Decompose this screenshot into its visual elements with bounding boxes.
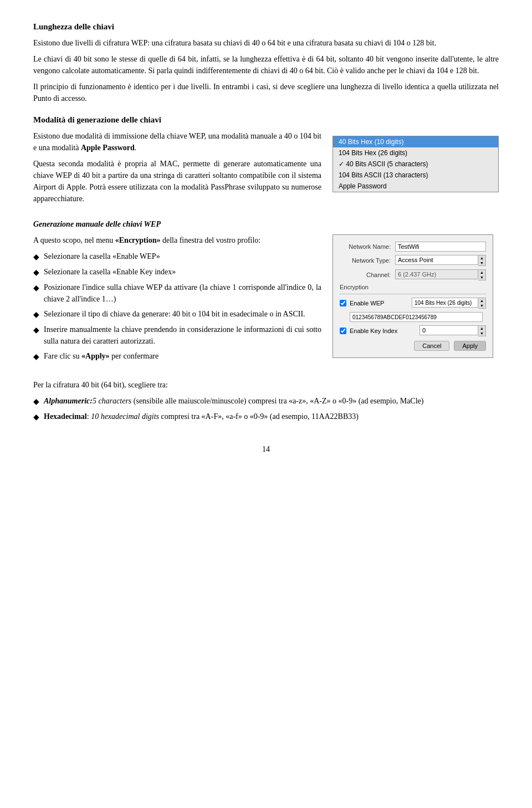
- dialog-network-type-input[interactable]: [395, 255, 478, 265]
- list-item: ◆ Selezionare la casella «Enable WEP»: [33, 250, 321, 263]
- section2-twocol: Esistono due modalità di immissione dell…: [33, 130, 499, 209]
- page-number-value: 14: [262, 445, 270, 453]
- bullet-text-3: Posizionare l'indice sulla chiave WEP da…: [44, 282, 321, 305]
- dialog-network-type-row: Network Type: ▲ ▼: [340, 255, 486, 266]
- hexadecimal-digits: 10 hexadecimal digits: [91, 412, 159, 421]
- dialog-buttons: Cancel Apply: [340, 341, 486, 351]
- stepper-down-icon[interactable]: ▼: [478, 260, 485, 265]
- page-number: 14: [33, 445, 499, 454]
- bullet-icon-2: ◆: [33, 267, 39, 278]
- dialog-network-type-label: Network Type:: [340, 257, 395, 264]
- section2-para1-bold: Apple Password: [81, 144, 135, 152]
- alphanumeric-chars: 5 characters: [93, 397, 131, 405]
- section2-left: Esistono due modalità di immissione dell…: [33, 130, 321, 209]
- section3-twocol: A questo scopo, nel menu «Encryption» de…: [33, 234, 499, 368]
- wep-stepper-down-icon[interactable]: ▼: [478, 303, 485, 308]
- section2-para2: Questa seconda modalità è propria al MAC…: [33, 158, 321, 204]
- bullet-text-5: Inserire manualmente la chiave prendendo…: [44, 324, 321, 347]
- section2-para1: Esistono due modalità di immissione dell…: [33, 130, 321, 154]
- section2-heading: Modalità di generazione delle chiavi: [33, 115, 499, 125]
- bullet-text-1: Selezionare la casella «Enable WEP»: [44, 250, 321, 262]
- bullet-icon-s4-1: ◆: [33, 396, 39, 407]
- section-modalita: Modalità di generazione delle chiavi Esi…: [33, 115, 499, 209]
- bullet-icon-1: ◆: [33, 251, 39, 263]
- dialog-network-name-input-group: [395, 242, 486, 252]
- section3-intro-start: A questo scopo, nel menu: [33, 236, 115, 244]
- section2-para1-start: Esistono due modalità di immissione dell…: [33, 132, 321, 152]
- stepper-up-icon[interactable]: ▲: [478, 255, 485, 260]
- section3-intro-bold: «Encryption»: [115, 236, 161, 244]
- bullet-icon-s4-2: ◆: [33, 411, 39, 423]
- section1-heading: Lunghezza delle chiavi: [33, 22, 499, 32]
- bullet-icon-3: ◆: [33, 282, 39, 294]
- section-lunghezza: Lunghezza delle chiavi Esistono due live…: [33, 22, 499, 104]
- key-index-stepper[interactable]: ▲ ▼: [478, 325, 486, 336]
- list-item: ◆ Fare clic su «Apply» per confermare: [33, 350, 321, 362]
- list-item: ◆ Selezionare la casella «Enable Key ind…: [33, 266, 321, 278]
- section4-bullets: ◆ Alphanumeric:5 characters (sensibile a…: [33, 395, 499, 423]
- apply-button[interactable]: Apply: [454, 341, 486, 351]
- section1-para1: Esistono due livelli di cifratura WEP: u…: [33, 37, 499, 49]
- dialog-divider-1: [340, 294, 486, 294]
- alphanumeric-label: Alphanumeric:: [44, 397, 93, 405]
- keymenu-box: 40 Bits Hex (10 digits) 104 Bits Hex (26…: [332, 136, 499, 192]
- wep-key-input[interactable]: [350, 312, 483, 322]
- section3-intro: A questo scopo, nel menu «Encryption» de…: [33, 234, 321, 246]
- key-index-stepper-up-icon[interactable]: ▲: [478, 326, 485, 331]
- keymenu-item-1[interactable]: 40 Bits Hex (10 digits): [333, 136, 498, 147]
- channel-stepper[interactable]: ▲ ▼: [478, 269, 486, 280]
- dialog-channel-row: Channel: ▲ ▼: [340, 269, 486, 280]
- keymenu-item-3[interactable]: 40 Bits ASCII (5 characters): [333, 158, 498, 170]
- cancel-button[interactable]: Cancel: [414, 341, 449, 351]
- list-item: ◆ Inserire manualmente la chiave prenden…: [33, 324, 321, 347]
- network-dialog: Network Name: Network Type: ▲ ▼: [332, 234, 493, 358]
- keymenu-item-2[interactable]: 104 Bits Hex (26 digits): [333, 147, 498, 158]
- dialog-wep-key-row: [340, 312, 486, 322]
- dialog-channel-label: Channel:: [340, 272, 395, 278]
- section4-intro: Per la cifratura 40 bit (64 bit), scegli…: [33, 379, 499, 391]
- list-item: ◆ Selezionare il tipo di chiave da gener…: [33, 308, 321, 320]
- wep-stepper[interactable]: ▲ ▼: [478, 298, 486, 309]
- bullet-text-6: Fare clic su «Apply» per confermare: [44, 350, 321, 362]
- key-index-stepper-down-icon[interactable]: ▼: [478, 331, 485, 336]
- section3-left: A questo scopo, nel menu «Encryption» de…: [33, 234, 321, 368]
- hexadecimal-label: Hexadecimal: [44, 412, 87, 421]
- channel-stepper-up-icon[interactable]: ▲: [478, 270, 485, 275]
- network-type-stepper[interactable]: ▲ ▼: [478, 255, 486, 266]
- enable-wep-checkbox[interactable]: [340, 300, 346, 306]
- dialog-enable-wep-label: Enable WEP: [350, 300, 384, 306]
- section3-heading: Generazione manuale delle chiavi WEP: [33, 220, 499, 229]
- dialog-encryption-label: Encryption: [340, 284, 486, 290]
- dialog-network-name-row: Network Name:: [340, 242, 486, 252]
- dialog-enable-key-index-label: Enable Key Index: [350, 328, 416, 334]
- dialog-enable-key-index-row: Enable Key Index ▲ ▼: [340, 325, 486, 336]
- section2-right: 40 Bits Hex (10 digits) 104 Bits Hex (26…: [332, 130, 499, 209]
- bullet-icon-5: ◆: [33, 324, 39, 336]
- section1-para3: Il principio di funzionamento è identico…: [33, 81, 499, 104]
- list-item: ◆ Hexadecimal: 10 hexadecimal digits com…: [33, 411, 499, 423]
- section-cifratura: Per la cifratura 40 bit (64 bit), scegli…: [33, 379, 499, 423]
- bullet-icon-4: ◆: [33, 309, 39, 320]
- section-generazione: Generazione manuale delle chiavi WEP A q…: [33, 220, 499, 368]
- key-index-group: ▲ ▼: [420, 325, 486, 336]
- list-item: ◆ Posizionare l'indice sulla chiave WEP …: [33, 282, 321, 305]
- wep-dropdown-input[interactable]: [412, 298, 478, 308]
- wep-stepper-up-icon[interactable]: ▲: [478, 298, 485, 303]
- section1-para2: Le chiavi di 40 bit sono le stesse di qu…: [33, 53, 499, 76]
- section2-para1-end: .: [135, 144, 137, 152]
- dialog-channel-group: ▲ ▼: [395, 269, 486, 280]
- dialog-channel-input[interactable]: [395, 269, 478, 279]
- dialog-network-type-group: ▲ ▼: [395, 255, 486, 266]
- section3-intro-end: della finestra del vostro profilo:: [160, 236, 260, 244]
- dialog-enable-wep-row: Enable WEP ▲ ▼: [340, 298, 486, 309]
- dialog-network-name-input[interactable]: [395, 242, 486, 252]
- list-item: ◆ Alphanumeric:5 characters (sensibile a…: [33, 395, 499, 407]
- keymenu-item-4[interactable]: 104 Bits ASCII (13 characters): [333, 170, 498, 181]
- channel-stepper-down-icon[interactable]: ▼: [478, 275, 485, 280]
- dialog-network-name-label: Network Name:: [340, 243, 395, 250]
- key-index-input[interactable]: [420, 325, 478, 335]
- keymenu-item-5[interactable]: Apple Password: [333, 181, 498, 192]
- bullet-text-s4-1: Alphanumeric:5 characters (sensibile all…: [44, 395, 499, 407]
- enable-key-index-checkbox[interactable]: [340, 328, 346, 334]
- bullet-icon-6: ◆: [33, 351, 39, 362]
